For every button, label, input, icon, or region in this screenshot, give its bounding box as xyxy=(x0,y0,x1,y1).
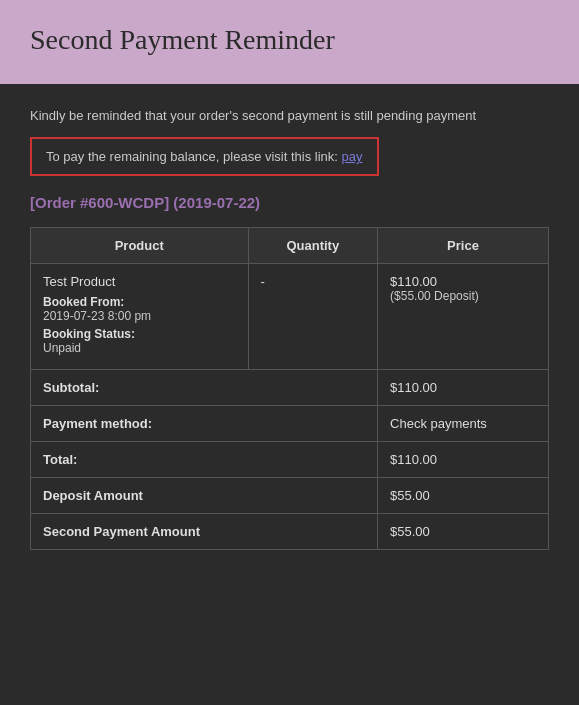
booked-from-value: 2019-07-23 8:00 pm xyxy=(43,309,236,323)
second-payment-label-cell: Second Payment Amount xyxy=(31,514,378,550)
order-title: [Order #600-WCDP] (2019-07-22) xyxy=(30,194,549,211)
deposit-amount-label: Deposit Amount xyxy=(43,488,143,503)
quantity-cell: - xyxy=(248,264,378,370)
deposit-amount-value-cell: $55.00 xyxy=(378,478,549,514)
second-payment-label: Second Payment Amount xyxy=(43,524,200,539)
col-header-quantity: Quantity xyxy=(248,228,378,264)
price-value: $110.00 xyxy=(390,274,536,289)
payment-method-row: Payment method: Check payments xyxy=(31,406,549,442)
booked-from-label: Booked From: xyxy=(43,295,236,309)
col-header-product: Product xyxy=(31,228,249,264)
table-header-row: Product Quantity Price xyxy=(31,228,549,264)
payment-method-value-cell: Check payments xyxy=(378,406,549,442)
reminder-text: Kindly be reminded that your order's sec… xyxy=(30,108,549,123)
booking-status-label: Booking Status: xyxy=(43,327,236,341)
product-row: Test Product Booked From: 2019-07-23 8:0… xyxy=(31,264,549,370)
second-payment-row: Second Payment Amount $55.00 xyxy=(31,514,549,550)
page-title: Second Payment Reminder xyxy=(30,24,549,56)
total-row: Total: $110.00 xyxy=(31,442,549,478)
deposit-note: ($55.00 Deposit) xyxy=(390,289,536,303)
order-table: Product Quantity Price Test Product Book… xyxy=(30,227,549,550)
total-label: Total: xyxy=(43,452,77,467)
price-cell: $110.00 ($55.00 Deposit) xyxy=(378,264,549,370)
product-cell: Test Product Booked From: 2019-07-23 8:0… xyxy=(31,264,249,370)
subtotal-value-cell: $110.00 xyxy=(378,370,549,406)
subtotal-label-cell: Subtotal: xyxy=(31,370,378,406)
payment-method-label-cell: Payment method: xyxy=(31,406,378,442)
product-name: Test Product xyxy=(43,274,236,289)
subtotal-label: Subtotal: xyxy=(43,380,99,395)
pay-link-intro: To pay the remaining balance, please vis… xyxy=(46,149,338,164)
booking-status-value: Unpaid xyxy=(43,341,236,355)
deposit-amount-row: Deposit Amount $55.00 xyxy=(31,478,549,514)
content-area: Kindly be reminded that your order's sec… xyxy=(0,84,579,580)
total-value-cell: $110.00 xyxy=(378,442,549,478)
pay-link-box: To pay the remaining balance, please vis… xyxy=(30,137,379,176)
col-header-price: Price xyxy=(378,228,549,264)
subtotal-row: Subtotal: $110.00 xyxy=(31,370,549,406)
payment-method-label: Payment method: xyxy=(43,416,152,431)
deposit-amount-label-cell: Deposit Amount xyxy=(31,478,378,514)
pay-link[interactable]: pay xyxy=(342,149,363,164)
total-label-cell: Total: xyxy=(31,442,378,478)
second-payment-value-cell: $55.00 xyxy=(378,514,549,550)
header-banner: Second Payment Reminder xyxy=(0,0,579,84)
